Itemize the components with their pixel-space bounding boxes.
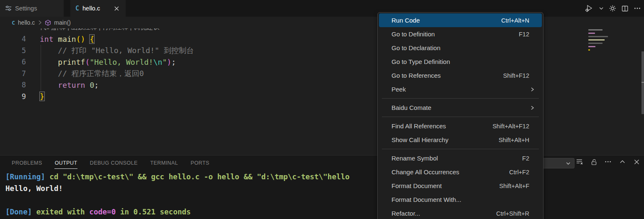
code-token: // 打印 "Hello, World!" 到控制台 [58,46,194,55]
breadcrumb: C hello.c main() [0,17,644,28]
c-language-icon: C [12,20,15,26]
breadcrumb-symbol[interactable]: main() [54,19,71,26]
menu-item-change-all-occurrences[interactable]: Change All OccurrencesCtrl+F2 [379,165,542,179]
menu-item-rename-symbol[interactable]: Rename SymbolF2 [379,151,542,165]
line-number: 9 [0,92,26,101]
panel-tab-debug-console[interactable]: DEBUG CONSOLE [89,157,138,168]
output-token: cd "d:\tmp\c-test\" && gcc hello.c -o he… [49,173,349,181]
editor-actions [583,0,642,17]
output-token: [Done] [5,208,36,216]
menu-item-shortcut: Ctrl+F2 [509,169,529,176]
code-token: ; [94,81,99,89]
menu-item-label: Format Document With... [392,196,461,203]
menu-item-baidu-comate[interactable]: Baidu Comate [379,101,542,115]
menu-item-label: Refactor... [392,210,420,217]
code-token: { [90,35,94,43]
menu-item-label: Go to References [392,72,441,79]
indent-guide [41,45,41,91]
line-number: 7 [0,69,26,78]
bottom-panel: PROBLEMSOUTPUTDEBUG CONSOLETERMINALPORTS [0,155,644,219]
codelens-line[interactable]: 代码解释 | 函数注释 | 行间注释 | 调优建议 [0,28,644,33]
menu-item-go-to-references[interactable]: Go to ReferencesShift+F12 [379,69,542,82]
line-number: 8 [0,81,26,89]
menu-item-show-call-hierarchy[interactable]: Show Call HierarchyShift+Alt+H [379,133,542,147]
method-symbol-icon [45,20,51,26]
code-line-6[interactable]: 6 printf("Hello, World!\n"); [0,56,644,68]
minimap[interactable] [588,29,613,53]
code-line-9[interactable]: 9} [0,91,644,102]
line-number: 4 [0,35,26,43]
code-token: 0 [90,81,94,89]
menu-item-label: Baidu Comate [392,104,431,111]
run-code-button[interactable] [583,3,595,14]
vscode-window: Settings C hello.c [0,0,644,219]
code-token: // 程序正常结束，返回0 [58,69,144,78]
editor-context-menu: Run CodeCtrl+Alt+NGo to DefinitionF12Go … [377,12,544,219]
line-text: } [26,92,44,101]
code-line-5[interactable]: 5 // 打印 "Hello, World!" 到控制台 [0,45,644,56]
code-token: ( [85,58,90,66]
menu-item-format-document-with[interactable]: Format Document With... [379,193,542,206]
menu-item-find-all-references[interactable]: Find All ReferencesShift+Alt+F12 [379,119,542,133]
code-token [40,81,58,89]
code-token: ) [167,58,171,66]
line-text: printf("Hello, World!\n"); [26,58,176,66]
line-number: 5 [0,46,26,55]
menu-item-shortcut: Ctrl+Shift+R [496,210,529,217]
minimap-line [588,43,603,44]
menu-item-format-document[interactable]: Format DocumentShift+Alt+F [379,179,542,193]
minimap-line [588,29,603,31]
menu-item-peek[interactable]: Peek [379,82,542,96]
code-token [40,46,58,55]
panel-tab-output[interactable]: OUTPUT [54,157,78,169]
tab-label: Settings [15,5,37,12]
tab-hello-c[interactable]: C hello.c [70,0,126,17]
menu-item-label: Go to Type Definition [392,58,450,65]
maximize-panel-icon[interactable] [617,157,627,167]
menu-item-label: Run Code [392,17,420,24]
line-text: int main() { [26,35,94,43]
output-token: [Running] [5,173,49,181]
code-line-8[interactable]: 8 return 0; [0,79,644,91]
menu-item-run-code[interactable]: Run CodeCtrl+Alt+N [379,13,542,27]
tab-label: hello.c [82,5,100,12]
minimap-line [588,39,605,41]
menu-item-refactor[interactable]: Refactor...Ctrl+Shift+R [379,206,542,219]
submenu-chevron-icon [529,105,535,111]
code-line-4[interactable]: 4int main() { [0,33,644,45]
unlock-icon[interactable] [589,157,599,167]
split-editor-icon[interactable] [620,3,630,14]
panel-tab-problems[interactable]: PROBLEMS [11,157,43,168]
menu-item-label: Change All Occurrences [392,168,459,176]
code-token [40,58,58,66]
line-text: // 程序正常结束，返回0 [26,69,144,79]
menu-item-go-to-definition[interactable]: Go to DefinitionF12 [379,27,542,41]
code-line-7[interactable]: 7 // 程序正常结束，返回0 [0,68,644,79]
more-actions-icon[interactable] [632,3,642,14]
menu-item-go-to-type-definition[interactable]: Go to Type Definition [379,55,542,69]
panel-tab-terminal[interactable]: TERMINAL [150,157,178,168]
menu-item-shortcut: Shift+F12 [503,72,529,79]
chevron-down-icon [566,161,571,166]
close-panel-icon[interactable] [631,157,641,167]
menu-item-label: Go to Definition [392,31,435,38]
menu-item-shortcut: F12 [519,31,529,38]
tab-close-icon[interactable] [112,4,121,13]
panel-tab-ports[interactable]: PORTS [190,157,210,168]
menu-item-go-to-declaration[interactable]: Go to Declaration [379,41,542,55]
run-dropdown-chevron-icon[interactable] [598,3,605,14]
clear-output-icon[interactable] [574,157,585,167]
editor-scrollbar[interactable] [641,51,644,114]
menu-separator [382,117,539,117]
code-editor[interactable]: 代码解释 | 函数注释 | 行间注释 | 调优建议4int main() {5 … [0,28,644,155]
code-token [40,69,58,78]
tab-settings[interactable]: Settings [0,0,64,17]
menu-item-label: Peek [392,86,406,93]
more-actions-icon[interactable] [603,157,613,167]
gear-icon[interactable] [608,3,618,14]
c-language-icon: C [75,5,79,12]
menu-item-label: Find All References [392,122,446,130]
code-token: " [162,58,167,66]
line-text: 代码解释 | 函数注释 | 行间注释 | 调优建议 [26,28,160,32]
breadcrumb-file[interactable]: hello.c [18,19,35,26]
